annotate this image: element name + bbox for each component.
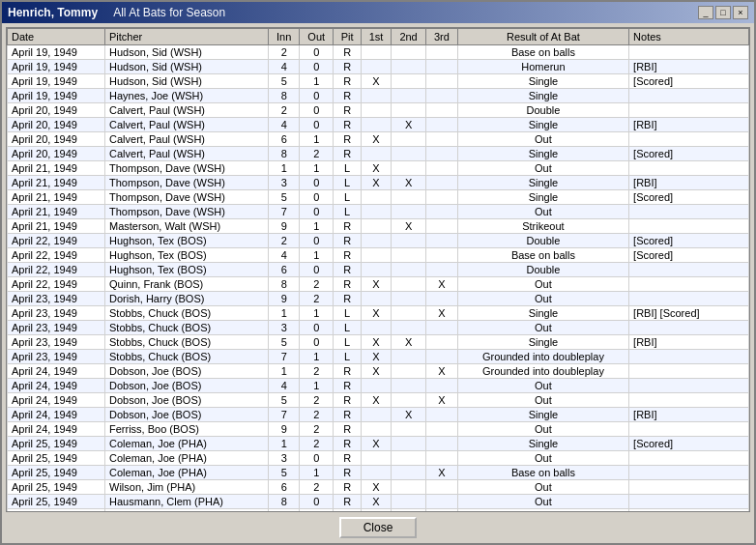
table-cell: April 21, 1949 bbox=[8, 190, 105, 205]
table-cell: Dobson, Joe (BOS) bbox=[105, 364, 269, 379]
table-cell: R bbox=[334, 379, 362, 393]
table-cell: Out bbox=[457, 292, 628, 306]
table-cell: 1 bbox=[269, 364, 300, 379]
table-cell bbox=[392, 364, 426, 379]
table-cell: Single bbox=[457, 306, 628, 321]
table-cell: 6 bbox=[269, 132, 300, 147]
table-cell bbox=[629, 466, 749, 480]
table-cell: [RBI] bbox=[629, 118, 749, 132]
table-cell: April 20, 1949 bbox=[8, 147, 105, 161]
table-cell: L bbox=[334, 161, 362, 176]
table-cell: Stobbs, Chuck (BOS) bbox=[105, 350, 269, 364]
table-row: April 24, 1949Dobson, Joe (BOS)41ROut bbox=[8, 379, 749, 393]
close-button[interactable]: Close bbox=[339, 517, 417, 538]
table-cell: 2 bbox=[300, 437, 334, 451]
table-cell: April 25, 1949 bbox=[8, 495, 105, 509]
table-cell: [RBI] [Scored] bbox=[629, 306, 749, 321]
table-cell bbox=[426, 60, 458, 74]
table-cell: April 19, 1949 bbox=[8, 60, 105, 74]
table-cell: L bbox=[334, 306, 362, 321]
table-cell: [Scored] bbox=[629, 234, 749, 248]
table-cell bbox=[392, 422, 426, 437]
table-cell bbox=[361, 147, 391, 161]
table-cell bbox=[426, 219, 458, 234]
minimize-button[interactable]: _ bbox=[698, 6, 713, 19]
table-cell: Calvert, Paul (WSH) bbox=[105, 132, 269, 147]
table-cell: Single bbox=[457, 176, 628, 190]
table-cell: R bbox=[334, 248, 362, 263]
table-cell: 2 bbox=[300, 147, 334, 161]
table-cell: [RBI] bbox=[629, 408, 749, 422]
table-cell bbox=[392, 379, 426, 393]
table-row: April 24, 1949Dobson, Joe (BOS)52RXXOut bbox=[8, 393, 749, 408]
table-cell: X bbox=[392, 118, 426, 132]
table-cell: Marchildon, Phil (PHA) bbox=[105, 509, 269, 512]
table-cell: April 24, 1949 bbox=[8, 408, 105, 422]
table-scroll[interactable]: Date Pitcher Inn Out Pit 1st 2nd 3rd Res… bbox=[7, 28, 749, 511]
table-cell bbox=[392, 321, 426, 335]
table-cell: Calvert, Paul (WSH) bbox=[105, 118, 269, 132]
table-cell: X bbox=[361, 350, 391, 364]
table-cell bbox=[392, 451, 426, 466]
col-2nd: 2nd bbox=[392, 29, 426, 45]
table-cell bbox=[426, 103, 458, 118]
table-cell: April 22, 1949 bbox=[8, 263, 105, 277]
col-3rd: 3rd bbox=[426, 29, 458, 45]
table-cell: 2 bbox=[300, 408, 334, 422]
table-cell: Homerun bbox=[457, 509, 628, 512]
table-cell: Out bbox=[457, 161, 628, 176]
table-cell bbox=[361, 263, 391, 277]
table-cell bbox=[361, 103, 391, 118]
table-cell: L bbox=[334, 205, 362, 219]
table-cell: Homerun bbox=[457, 60, 628, 74]
table-cell: 4 bbox=[269, 118, 300, 132]
table-row: April 22, 1949Hughson, Tex (BOS)60RDoubl… bbox=[8, 263, 749, 277]
table-row: April 19, 1949Hudson, Sid (WSH)40RHomeru… bbox=[8, 60, 749, 74]
table-cell: 0 bbox=[300, 263, 334, 277]
close-window-button[interactable]: × bbox=[733, 6, 748, 19]
table-cell bbox=[361, 248, 391, 263]
table-cell: 1 bbox=[300, 350, 334, 364]
table-cell: 2 bbox=[300, 364, 334, 379]
table-cell: 0 bbox=[300, 60, 334, 74]
table-cell bbox=[629, 263, 749, 277]
maximize-button[interactable]: □ bbox=[715, 6, 731, 19]
table-cell: Out bbox=[457, 321, 628, 335]
table-row: April 21, 1949Masterson, Walt (WSH)91RXS… bbox=[8, 219, 749, 234]
table-cell: Out bbox=[457, 277, 628, 292]
table-cell: 1 bbox=[300, 509, 334, 512]
table-cell bbox=[426, 408, 458, 422]
table-cell: Strikeout bbox=[457, 219, 628, 234]
table-cell bbox=[361, 190, 391, 205]
table-cell: 1 bbox=[300, 219, 334, 234]
table-cell: X bbox=[426, 393, 458, 408]
table-cell: 1 bbox=[269, 306, 300, 321]
table-cell bbox=[629, 277, 749, 292]
table-cell: 1 bbox=[269, 437, 300, 451]
table-cell: 4 bbox=[269, 248, 300, 263]
table-cell bbox=[392, 89, 426, 103]
col-pit: Pit bbox=[334, 29, 362, 45]
footer: Close bbox=[2, 512, 754, 543]
col-pitcher: Pitcher bbox=[105, 29, 269, 45]
table-cell: X bbox=[361, 132, 391, 147]
table-cell: 9 bbox=[269, 219, 300, 234]
table-cell: Coleman, Joe (PHA) bbox=[105, 451, 269, 466]
table-cell: 1 bbox=[269, 509, 300, 512]
table-cell: 1 bbox=[300, 132, 334, 147]
table-cell bbox=[426, 379, 458, 393]
player-name: Henrich, Tommy bbox=[8, 6, 98, 19]
table-cell bbox=[392, 132, 426, 147]
table-cell: X bbox=[426, 466, 458, 480]
table-cell: 2 bbox=[269, 234, 300, 248]
table-cell bbox=[629, 422, 749, 437]
table-cell: 2 bbox=[269, 103, 300, 118]
table-cell bbox=[392, 393, 426, 408]
table-cell bbox=[392, 248, 426, 263]
table-cell: R bbox=[334, 219, 362, 234]
table-cell bbox=[392, 495, 426, 509]
table-cell: 1 bbox=[300, 466, 334, 480]
table-cell: X bbox=[361, 176, 391, 190]
table-cell: [RBI] bbox=[629, 176, 749, 190]
table-cell: April 23, 1949 bbox=[8, 306, 105, 321]
